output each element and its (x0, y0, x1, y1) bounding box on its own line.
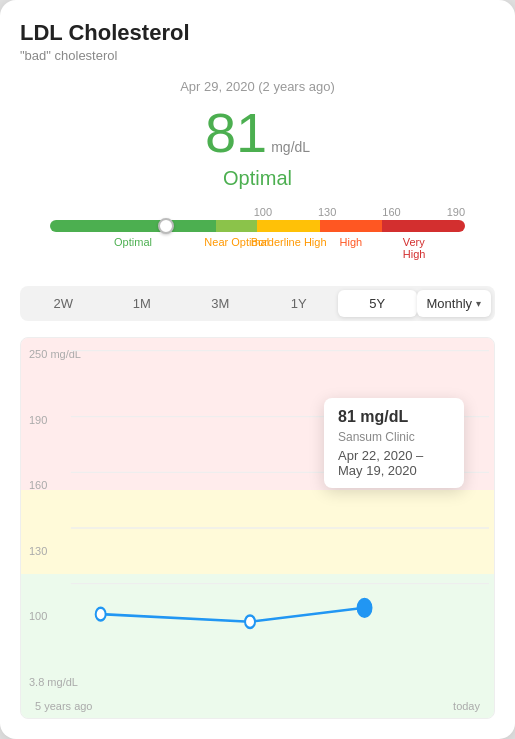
tab-1m[interactable]: 1M (103, 290, 182, 317)
monthly-label: Monthly (427, 296, 473, 311)
tooltip-value: 81 mg/dL (338, 408, 450, 426)
tabs-row: 2W 1M 3M 1Y 5Y Monthly ▾ (20, 286, 495, 321)
label-optimal: Optimal (114, 236, 152, 248)
reading-date: Apr 29, 2020 (2 years ago) (20, 79, 495, 94)
chart-area: 250 mg/dL 190 160 130 100 3.8 mg/dL (20, 337, 495, 719)
chart-tooltip: 81 mg/dL Sansum Clinic Apr 22, 2020 –May… (324, 398, 464, 488)
gauge-label-160: 160 (382, 206, 400, 218)
x-axis-labels: 5 years ago today (21, 700, 494, 712)
x-label-end: today (453, 700, 480, 712)
tab-2w[interactable]: 2W (24, 290, 103, 317)
main-value: 81 (205, 100, 267, 165)
gauge-label-100: 100 (254, 206, 272, 218)
gauge: 100 130 160 190 Optimal Near Optimal Bor… (20, 206, 495, 266)
gauge-label-190: 190 (447, 206, 465, 218)
tab-3m[interactable]: 3M (181, 290, 260, 317)
reading-value-row: 81 mg/dL (20, 100, 495, 165)
card-subtitle: "bad" cholesterol (20, 48, 495, 63)
reading-status: Optimal (20, 167, 495, 190)
label-borderline-high: Borderline High (251, 236, 327, 248)
main-card: LDL Cholesterol "bad" cholesterol Apr 29… (0, 0, 515, 739)
header: LDL Cholesterol "bad" cholesterol (20, 20, 495, 63)
tooltip-date: Apr 22, 2020 –May 19, 2020 (338, 448, 450, 478)
label-very-high: Very High (403, 236, 445, 260)
gauge-spacer (50, 206, 208, 218)
card-title: LDL Cholesterol (20, 20, 495, 46)
label-high: High (340, 236, 363, 248)
chart-svg (21, 338, 494, 718)
svg-point-7 (358, 599, 372, 617)
svg-point-6 (245, 615, 255, 628)
gauge-bottom-labels: Optimal Near Optimal Borderline High Hig… (50, 236, 465, 266)
x-label-start: 5 years ago (35, 700, 92, 712)
tab-5y[interactable]: 5Y (338, 290, 417, 317)
gauge-bar-wrapper (50, 220, 465, 232)
svg-point-5 (96, 608, 106, 621)
tooltip-clinic: Sansum Clinic (338, 430, 450, 444)
gauge-label-130: 130 (318, 206, 336, 218)
gauge-bar (50, 220, 465, 232)
tab-monthly-dropdown[interactable]: Monthly ▾ (417, 290, 492, 317)
chevron-down-icon: ▾ (476, 298, 481, 309)
tab-1y[interactable]: 1Y (260, 290, 339, 317)
gauge-top-labels: 100 130 160 190 (50, 206, 465, 218)
reading-unit: mg/dL (271, 139, 310, 155)
